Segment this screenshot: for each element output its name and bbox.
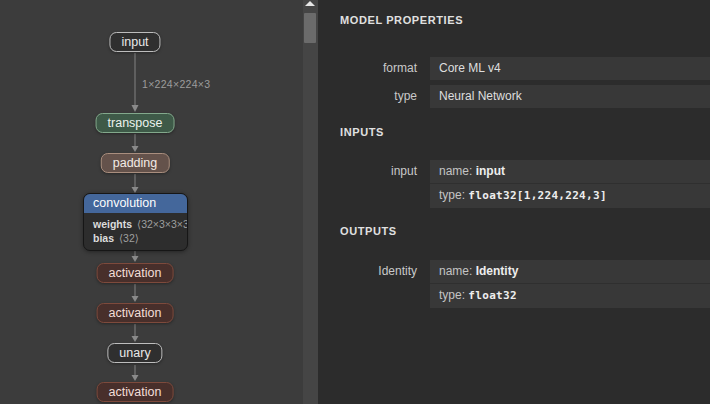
weights-attribute-name: weights [93,218,132,230]
input-argument-details: name: input type: float32[1,224,224,3] [430,160,710,208]
bias-attribute: bias⟨32⟩ [93,231,178,245]
input-name-value: input [476,164,505,178]
input-argument-label: input [318,160,430,208]
weights-attribute: weights⟨32×3×3×3⟩ [93,217,178,231]
model-properties-title: MODEL PROPERTIES [340,14,710,27]
weights-attribute-dims: ⟨32×3×3×3⟩ [137,218,188,230]
output-row: Identity name: Identity type: float32 [318,260,710,308]
type-row: type Neural Network [318,85,710,108]
graph-node-input[interactable]: input [109,32,160,52]
output-type-value: float32 [468,289,516,302]
edge-tensor-shape-label: 1×224×224×3 [142,78,210,90]
output-argument-details: name: Identity type: float32 [430,260,710,308]
format-label: format [318,57,430,80]
model-properties-panel: MODEL PROPERTIES format Core ML v4 type … [318,0,710,404]
output-name-row: name: Identity [430,260,710,283]
output-name-value: Identity [476,264,519,278]
input-type-key: type: [439,188,465,202]
graph-panel[interactable]: 1×224×224×3 input transpose padding conv… [0,0,318,404]
format-row: format Core ML v4 [318,57,710,80]
graph-node-activation-2[interactable]: activation [97,303,174,323]
bias-attribute-dims: ⟨32⟩ [119,232,139,244]
type-label: type [318,85,430,108]
scrollbar-up-arrow-icon[interactable] [305,1,315,6]
graph-node-convolution[interactable]: convolution weights⟨32×3×3×3⟩ bias⟨32⟩ [83,193,188,251]
convolution-node-title[interactable]: convolution [84,194,187,213]
input-name-row: name: input [430,160,710,183]
scrollbar-thumb[interactable] [304,13,316,43]
output-type-key: type: [439,288,465,302]
graph-node-unary[interactable]: unary [107,343,162,363]
graph-node-padding[interactable]: padding [101,153,170,173]
graph-scrollbar[interactable] [303,0,318,404]
graph-node-activation-3[interactable]: activation [97,382,174,402]
netron-app: 1×224×224×3 input transpose padding conv… [0,0,710,404]
input-type-row: type: float32[1,224,224,3] [430,183,710,208]
graph-node-activation-1[interactable]: activation [97,263,174,283]
output-type-row: type: float32 [430,283,710,308]
input-row: input name: input type: float32[1,224,22… [318,160,710,208]
outputs-title: OUTPUTS [340,225,710,238]
output-name-key: name: [439,264,472,278]
output-argument-label: Identity [318,260,430,308]
graph-node-transpose[interactable]: transpose [96,113,175,133]
input-type-value: float32[1,224,224,3] [468,189,606,202]
convolution-node-attributes: weights⟨32×3×3×3⟩ bias⟨32⟩ [84,213,187,250]
format-value: Core ML v4 [430,57,710,80]
input-name-key: name: [439,164,472,178]
inputs-title: INPUTS [340,126,710,139]
type-value: Neural Network [430,85,710,108]
bias-attribute-name: bias [93,232,114,244]
